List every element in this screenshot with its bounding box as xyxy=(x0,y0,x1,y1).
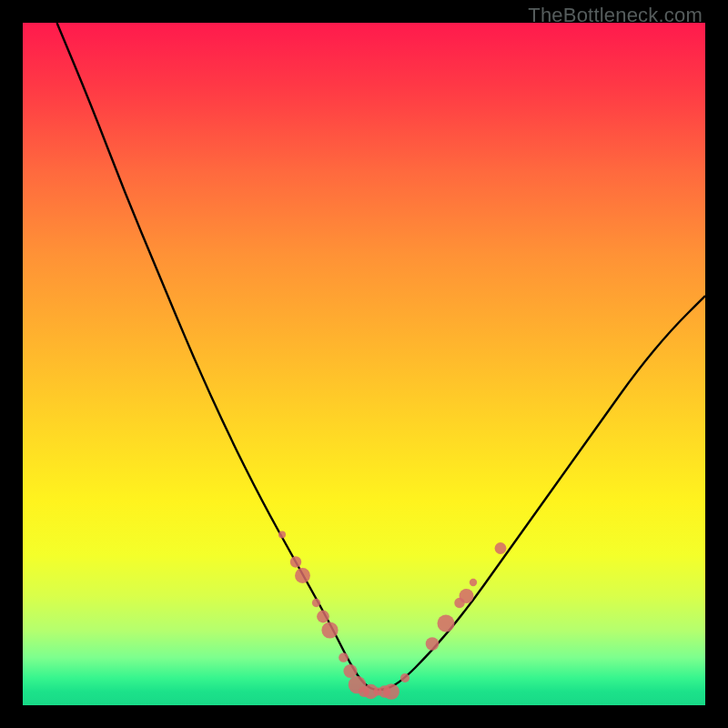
chart-svg xyxy=(23,23,705,705)
data-point xyxy=(383,683,399,700)
data-point xyxy=(290,556,301,567)
data-point xyxy=(343,664,357,678)
data-point xyxy=(470,579,477,586)
data-point xyxy=(312,599,320,607)
bottleneck-curve xyxy=(57,23,706,690)
attribution-text: TheBottleneck.com xyxy=(528,4,703,27)
data-point xyxy=(426,637,440,651)
chart-frame: TheBottleneck.com xyxy=(0,0,728,728)
data-point xyxy=(495,542,507,554)
data-point xyxy=(437,614,454,632)
data-point xyxy=(295,568,310,583)
data-point xyxy=(278,531,286,539)
data-point xyxy=(321,622,338,638)
data-point xyxy=(339,652,349,662)
data-point xyxy=(400,673,410,682)
marker-group xyxy=(278,531,506,700)
chart-plot-area xyxy=(23,23,705,705)
data-point xyxy=(460,589,474,603)
data-point xyxy=(317,611,329,623)
